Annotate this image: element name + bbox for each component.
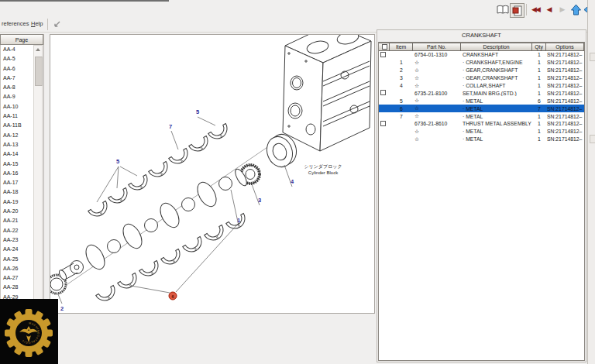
page-list-item[interactable]: AA-11B bbox=[1, 121, 34, 130]
nav-next-icon[interactable]: ▶ bbox=[558, 5, 566, 14]
parts-table-row[interactable]: 6☆· METAL7SN:21714812– bbox=[379, 105, 584, 112]
watermark-logo: MACHINECATALOGIC bbox=[0, 299, 58, 364]
page-list-item[interactable]: AA-15 bbox=[1, 160, 34, 169]
parts-table-row[interactable]: 7☆· METAL1SN:21714812– bbox=[379, 112, 584, 120]
parts-table-row[interactable]: 2☆· GEAR,CRANKSHAFT1SN:21714812– bbox=[379, 67, 584, 74]
parts-table-row[interactable]: 1☆· CRANKSHAFT,ENGINE1SN:21714812– bbox=[379, 59, 584, 67]
open-book-icon[interactable] bbox=[496, 4, 509, 15]
row-qty: 1 bbox=[532, 83, 546, 88]
page-list-item[interactable]: AA-28 bbox=[1, 283, 34, 292]
cutoff-control bbox=[590, 135, 595, 143]
page-list-item[interactable]: AA-11 bbox=[1, 112, 34, 121]
page-list-item[interactable]: AA-4 bbox=[1, 45, 34, 54]
page-list-item[interactable]: AA-12 bbox=[1, 131, 34, 140]
row-checkbox[interactable] bbox=[380, 121, 386, 126]
parts-table-row[interactable]: 4☆· COLLAR,SHAFT1SN:21714812– bbox=[379, 82, 584, 90]
diagram-callout-3[interactable]: 3 bbox=[258, 197, 261, 204]
pointer-tool-icon[interactable] bbox=[51, 19, 61, 29]
page-list-item[interactable]: AA-14 bbox=[1, 149, 34, 159]
page-list-item[interactable]: AA-8 bbox=[1, 83, 34, 92]
page-list-item[interactable]: AA-19 bbox=[1, 197, 34, 207]
page-list-header[interactable]: Page bbox=[0, 34, 43, 45]
column-header-item[interactable]: Item bbox=[389, 43, 413, 51]
row-options: SN:21714812– bbox=[546, 136, 584, 142]
diagram-callout-5[interactable]: 5 bbox=[196, 108, 199, 115]
menu-item-help[interactable]: Help bbox=[31, 20, 43, 27]
diagram-callout-7[interactable]: 7 bbox=[169, 123, 172, 130]
row-options: SN:21714812– bbox=[546, 114, 584, 119]
page-list-item[interactable]: AA-25 bbox=[1, 255, 34, 264]
row-options: SN:21714812– bbox=[546, 52, 584, 57]
page-list-item[interactable]: AA-10 bbox=[1, 102, 34, 112]
row-select-cell bbox=[379, 90, 390, 96]
parts-table-row[interactable]: 3☆· GEAR,CRANKSHAFT1SN:21714812– bbox=[379, 74, 584, 82]
page-list-item[interactable]: AA-7 bbox=[1, 74, 34, 83]
row-description: SET,MAIN BRG.(STD.) bbox=[461, 91, 532, 96]
toolbar-separator bbox=[47, 19, 48, 30]
diagram-callout-5[interactable]: 5 bbox=[116, 158, 119, 165]
row-options: SN:21714812– bbox=[546, 121, 584, 126]
cutoff-edge-strip bbox=[587, 0, 595, 364]
row-checkbox[interactable] bbox=[380, 52, 386, 57]
page-list-item[interactable]: AA-27 bbox=[1, 273, 34, 283]
row-select-cell bbox=[379, 52, 390, 58]
report-page-icon[interactable] bbox=[510, 3, 524, 18]
page-list-item[interactable]: AA-13 bbox=[1, 140, 34, 149]
header-checkbox[interactable] bbox=[382, 44, 387, 50]
page-list-item[interactable]: AA-23 bbox=[1, 235, 34, 245]
page-list-item[interactable]: AA-6 bbox=[1, 64, 34, 74]
diagram-callout-1[interactable]: 1 bbox=[237, 217, 240, 224]
scroll-up-icon[interactable] bbox=[36, 48, 40, 51]
row-description: · COLLAR,SHAFT bbox=[461, 83, 532, 88]
parts-panel-title: CRANKSHAFT bbox=[377, 32, 586, 39]
menu-item-preferences[interactable]: references bbox=[2, 20, 29, 27]
page-list-item[interactable]: AA-22 bbox=[1, 226, 34, 235]
column-header-description[interactable]: Description bbox=[460, 43, 532, 51]
row-options: SN:21714812– bbox=[546, 98, 584, 104]
callout-layer: 57543162 bbox=[50, 35, 374, 313]
page-list-item[interactable]: AA-17 bbox=[1, 178, 34, 187]
page-list-item[interactable]: AA-24 bbox=[1, 245, 34, 254]
parts-table-row[interactable]: 6735-21-8100SET,MAIN BRG.(STD.)1SN:21714… bbox=[379, 89, 584, 97]
row-qty: 1 bbox=[532, 129, 546, 134]
row-qty: 1 bbox=[532, 91, 546, 96]
page-list-item[interactable]: AA-9 bbox=[1, 92, 34, 101]
page-list-item[interactable]: AA-18 bbox=[1, 187, 34, 197]
window-top-edge bbox=[0, 0, 169, 2]
page-list-item[interactable]: AA-16 bbox=[1, 169, 34, 178]
row-description: · METAL bbox=[461, 114, 532, 119]
page-list-item[interactable]: AA-21 bbox=[1, 216, 34, 225]
row-description: CRANKSHAFT bbox=[461, 52, 532, 57]
nav-first-icon[interactable]: ◀◀ bbox=[529, 5, 542, 14]
parts-table-row[interactable]: 6736-21-8610THRUST METAL ASSEMBLY1SN:217… bbox=[379, 120, 584, 128]
row-item-number: 1 bbox=[390, 60, 413, 65]
column-header-select[interactable] bbox=[378, 43, 390, 51]
page-list-item[interactable]: AA-20 bbox=[1, 207, 34, 216]
diagram-callout-4[interactable]: 4 bbox=[291, 178, 294, 185]
diagram-callout-6[interactable]: 6 bbox=[169, 292, 177, 300]
row-description: · GEAR,CRANKSHAFT bbox=[461, 67, 532, 73]
page-list-item[interactable]: AA-26 bbox=[1, 264, 34, 273]
column-header-partno[interactable]: Part No. bbox=[412, 43, 461, 51]
column-header-options[interactable]: Options bbox=[545, 43, 584, 51]
row-item-number: 3 bbox=[390, 75, 413, 81]
parts-table-row[interactable]: 6754-01-1310CRANKSHAFT1SN:21714812– bbox=[379, 51, 584, 59]
scrollbar-thumb[interactable] bbox=[35, 57, 43, 86]
row-part-number: ☆ bbox=[413, 105, 461, 112]
parts-table-row[interactable]: 5☆· METAL6SN:21714812– bbox=[379, 97, 584, 105]
row-options: SN:21714812– bbox=[546, 67, 584, 73]
parts-table-header: Item Part No. Description Qty Options bbox=[379, 43, 584, 51]
row-part-number: ☆ bbox=[413, 136, 461, 143]
parts-table-row[interactable]: ☆· METAL1SN:21714812– bbox=[379, 136, 584, 143]
nav-prev-icon[interactable]: ◀ bbox=[545, 5, 552, 14]
row-qty: 6 bbox=[532, 98, 546, 104]
row-qty: 1 bbox=[532, 60, 546, 65]
column-header-qty[interactable]: Qty bbox=[531, 43, 546, 51]
parts-table-row[interactable]: ☆· METAL1SN:21714812– bbox=[379, 128, 584, 136]
diagram-panel[interactable]: シリンダブロック Cylinder Block 57543162 bbox=[50, 34, 375, 314]
page-list-item[interactable]: AA-5 bbox=[1, 54, 34, 64]
row-checkbox[interactable] bbox=[380, 90, 386, 95]
up-arrow-icon[interactable] bbox=[569, 3, 582, 15]
diagram-callout-2[interactable]: 2 bbox=[60, 305, 64, 312]
row-options: SN:21714812– bbox=[546, 60, 584, 65]
